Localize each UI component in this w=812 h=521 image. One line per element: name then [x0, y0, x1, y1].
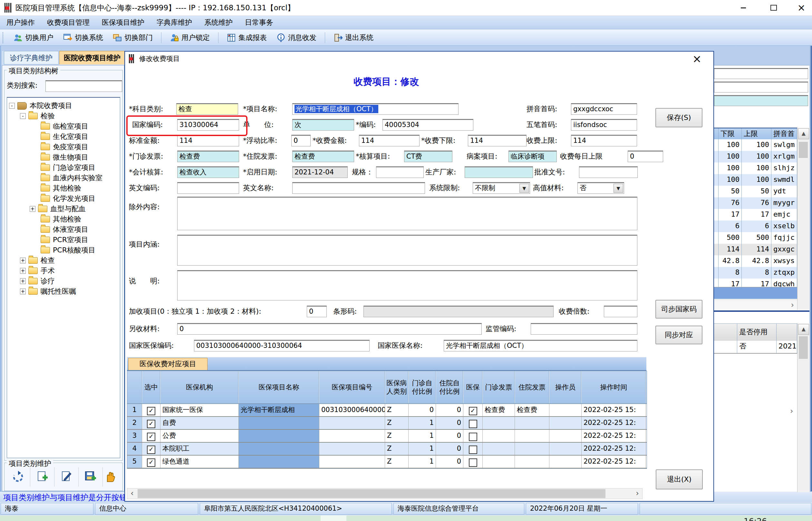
- maximize-button[interactable]: [764, 0, 783, 16]
- tree-item[interactable]: +检查: [20, 256, 55, 265]
- tree-item[interactable]: 微生物项目: [41, 153, 88, 162]
- switch-user-button[interactable]: 切换用户: [11, 31, 56, 44]
- collapse-icon[interactable]: -: [9, 103, 15, 109]
- fee-multiple-field[interactable]: [604, 305, 637, 317]
- scroll-left-icon[interactable]: ‹: [127, 489, 137, 499]
- exit-system-button[interactable]: 退出系统: [331, 31, 376, 44]
- barcode-field[interactable]: [363, 305, 554, 317]
- manufacturer-field[interactable]: [464, 166, 533, 178]
- tree-item[interactable]: 血液内科实验室: [41, 173, 102, 183]
- table-row[interactable]: 100100xrlgm: [714, 151, 797, 163]
- tree-item[interactable]: -本院收费项目: [9, 101, 72, 111]
- row-checkbox[interactable]: ✓: [147, 433, 155, 441]
- report-button[interactable]: 集成报表: [224, 31, 269, 44]
- tree-item[interactable]: 临检室项目: [41, 121, 88, 131]
- code-field[interactable]: 40005304: [382, 119, 473, 131]
- table-row[interactable]: 1717emjc: [714, 209, 797, 221]
- table-row[interactable]: 3 ✓ 公费 Z 1 0 2022-02-25 12:: [127, 430, 647, 443]
- table-row[interactable]: 88ztqxp: [714, 267, 797, 279]
- tree-item[interactable]: PCR室项目: [41, 235, 88, 245]
- chevron-down-icon[interactable]: ▼: [520, 184, 529, 193]
- accounting-item-field[interactable]: CT费: [404, 151, 452, 162]
- tab-hospital-charge-items[interactable]: 医院收费项目维护: [59, 51, 125, 65]
- vertical-scrollbar[interactable]: ▲: [797, 128, 810, 310]
- system-limit-select[interactable]: 不限制▼: [473, 182, 530, 194]
- edit-category-button[interactable]: [55, 467, 78, 486]
- connotation-textarea[interactable]: [177, 235, 637, 266]
- scrollbar-thumb[interactable]: [138, 489, 605, 498]
- menu-dict-maint[interactable]: 字典库维护: [157, 18, 192, 27]
- selected-empty-row[interactable]: [714, 287, 797, 299]
- table-row[interactable]: 5 ✓ 绿色通道 Z 1 0 2022-02-25 12:: [127, 456, 647, 469]
- tree-item[interactable]: 体液室项目: [41, 225, 88, 234]
- high-value-select[interactable]: 否▼: [577, 182, 624, 194]
- horizontal-scrollbar[interactable]: ‹ ›: [127, 488, 643, 499]
- regulatory-code-field[interactable]: [531, 323, 637, 335]
- approval-no-field[interactable]: [579, 166, 638, 178]
- pinyin-field[interactable]: gxxgdccxoc: [571, 103, 637, 115]
- outpatient-invoice-field[interactable]: 检查费: [177, 151, 239, 162]
- taskbar-item[interactable]: [320, 516, 347, 521]
- table-row[interactable]: 66xselb: [714, 221, 797, 233]
- tree-item[interactable]: 其他检验: [41, 183, 81, 193]
- fee-lower-field[interactable]: 114: [468, 135, 526, 146]
- row-checkbox[interactable]: ✓: [147, 446, 155, 454]
- switch-system-button[interactable]: 切换系统: [61, 31, 106, 44]
- table-row[interactable]: 1717dgcwh: [714, 278, 797, 288]
- table-row[interactable]: 1 ✓ 国家统一医保 光学相干断层成相 003103000640000 Z 0 …: [127, 404, 647, 417]
- tree-item[interactable]: 化学发光项目: [41, 194, 95, 203]
- scrollbar-thumb[interactable]: [799, 336, 808, 359]
- h-scroll-hint[interactable]: ›: [714, 299, 797, 310]
- table-row[interactable]: 2 ✓ 自费 Z 1 0 2022-02-25 12:: [127, 417, 647, 430]
- extra-material-field[interactable]: 0: [177, 323, 482, 335]
- expand-icon[interactable]: +: [20, 289, 26, 294]
- scrollbar-thumb[interactable]: [799, 142, 808, 158]
- national-ins-code-field[interactable]: 003103000640000-310300064: [194, 340, 369, 352]
- row-checkbox[interactable]: ✓: [469, 407, 477, 415]
- spec-field[interactable]: [376, 166, 424, 178]
- row-checkbox[interactable]: ✓: [147, 407, 155, 415]
- tree-item[interactable]: +嘱托性医嘱: [20, 287, 76, 296]
- table-row[interactable]: 100100swmdl: [714, 174, 797, 186]
- expand-icon[interactable]: +: [20, 278, 26, 284]
- addon-field[interactable]: 0: [307, 305, 327, 317]
- float-ratio-field[interactable]: 0: [291, 135, 311, 146]
- scroll-right-icon[interactable]: ›: [791, 300, 794, 310]
- tree-item[interactable]: PCR核酸项目: [41, 245, 95, 255]
- menu-system-maint[interactable]: 系统维护: [204, 18, 233, 27]
- tree-item[interactable]: +血型与配血: [30, 204, 86, 214]
- fee-upper-field[interactable]: 114: [571, 135, 637, 146]
- expand-icon[interactable]: +: [20, 257, 26, 264]
- tree-item[interactable]: 门急诊室项目: [41, 163, 95, 173]
- stop-button[interactable]: [99, 467, 121, 486]
- tree-item[interactable]: 生化室项目: [41, 132, 88, 141]
- start-date-field[interactable]: 2021-12-04: [292, 166, 348, 178]
- tab-insurance-mapping[interactable]: 医保收费对应项目: [128, 358, 208, 370]
- table-row[interactable]: 100100slhjz: [714, 162, 797, 175]
- menu-user-ops[interactable]: 用户操作: [6, 18, 35, 27]
- message-button[interactable]: 消息收发: [274, 31, 319, 44]
- tree-item[interactable]: -检验: [20, 111, 55, 121]
- scroll-up-icon[interactable]: ▲: [798, 128, 809, 139]
- scroll-right-icon[interactable]: ›: [790, 407, 793, 415]
- close-button[interactable]: ×: [792, 0, 811, 16]
- row-checkbox[interactable]: ✓: [147, 458, 155, 467]
- add-category-button[interactable]: [31, 467, 53, 486]
- scroll-up-icon[interactable]: ▲: [798, 324, 809, 335]
- en-name-field[interactable]: [292, 182, 425, 194]
- medical-record-field[interactable]: 临床诊断项: [508, 151, 557, 162]
- menu-charge-mgmt[interactable]: 收费项目管理: [47, 18, 90, 27]
- subject-field[interactable]: 检查: [176, 103, 238, 115]
- collapse-icon[interactable]: -: [20, 113, 26, 119]
- tree-item[interactable]: 其他检验: [41, 214, 81, 224]
- unit-field[interactable]: 次: [292, 119, 354, 131]
- table-row[interactable]: 否 20211: [714, 341, 797, 354]
- expand-icon[interactable]: +: [20, 268, 26, 274]
- item-name-field[interactable]: 光学相干断层成相（OCT）: [292, 103, 458, 115]
- national-ins-name-field[interactable]: 光学相干断层成相（OCT）: [444, 340, 637, 352]
- save-category-button[interactable]: [79, 467, 102, 486]
- minimize-button[interactable]: [734, 0, 753, 16]
- vertical-scrollbar[interactable]: ▲: [797, 323, 810, 492]
- table-row[interactable]: 100100swlgm: [714, 139, 797, 152]
- exit-button[interactable]: 退出(X): [656, 470, 703, 490]
